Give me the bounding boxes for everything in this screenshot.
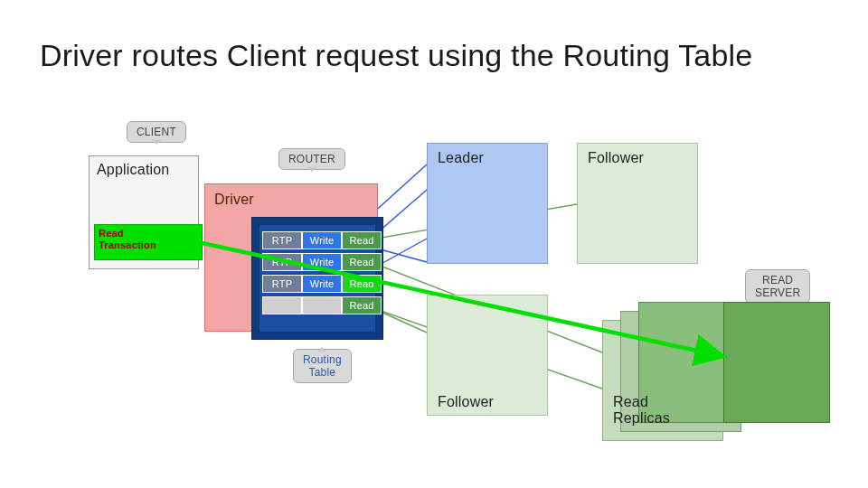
- write-cell: Write: [302, 231, 342, 249]
- application-label: Application: [97, 162, 191, 178]
- callout-router: ROUTER: [278, 148, 345, 170]
- rtp-cell: RTP: [262, 275, 302, 293]
- read-replicas-label: Read Replicas: [613, 394, 670, 427]
- read-cell: Read: [342, 231, 382, 249]
- leader-label: Leader: [438, 150, 484, 166]
- write-cell: Write: [302, 275, 342, 293]
- callout-read-server: READ SERVER: [745, 269, 810, 304]
- rtp-cell: RTP: [262, 253, 302, 271]
- write-cell: Write: [302, 253, 342, 271]
- rtp-cell: RTP: [262, 231, 302, 249]
- page-title: Driver routes Client request using the R…: [40, 38, 752, 73]
- read-cell-highlight: Read: [342, 275, 382, 293]
- driver-label: Driver: [214, 192, 368, 208]
- read-server-box: [723, 302, 830, 423]
- callout-client: CLIENT: [127, 121, 186, 143]
- empty-cell: [302, 296, 342, 314]
- routing-table-row: RTP Write Read: [262, 253, 382, 271]
- routing-table-row: RTP Write Read: [262, 231, 382, 249]
- follower-label: Follower: [588, 150, 644, 166]
- follower-label: Follower: [438, 394, 494, 410]
- empty-cell: [262, 296, 302, 314]
- routing-table-row: Read: [262, 296, 382, 314]
- routing-table-row: RTP Write Read: [262, 275, 382, 293]
- read-cell: Read: [342, 296, 382, 314]
- read-transaction-badge: Read Transaction: [94, 224, 203, 260]
- callout-routing-table: Routing Table: [293, 349, 352, 383]
- read-cell: Read: [342, 253, 382, 271]
